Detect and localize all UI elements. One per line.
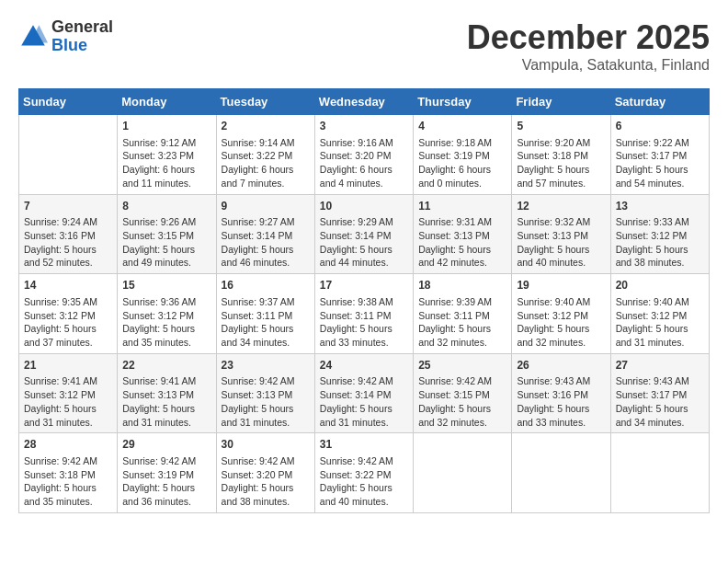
logo-general-text: General [51, 17, 113, 36]
column-header-sunday: Sunday [19, 89, 118, 115]
calendar-cell: 15Sunrise: 9:36 AM Sunset: 3:12 PM Dayli… [118, 274, 216, 354]
day-number: 5 [517, 119, 605, 134]
calendar-cell: 27Sunrise: 9:43 AM Sunset: 3:17 PM Dayli… [610, 353, 709, 433]
cell-content: Sunrise: 9:32 AM Sunset: 3:13 PM Dayligh… [517, 215, 605, 270]
day-number: 10 [320, 199, 408, 214]
day-number: 15 [122, 278, 210, 293]
calendar-cell: 6Sunrise: 9:22 AM Sunset: 3:17 PM Daylig… [610, 115, 709, 195]
cell-content: Sunrise: 9:43 AM Sunset: 3:17 PM Dayligh… [616, 374, 704, 429]
calendar-cell: 16Sunrise: 9:37 AM Sunset: 3:11 PM Dayli… [216, 274, 314, 354]
calendar-cell: 22Sunrise: 9:41 AM Sunset: 3:13 PM Dayli… [118, 353, 216, 433]
logo: General Blue [18, 18, 113, 55]
cell-content: Sunrise: 9:42 AM Sunset: 3:19 PM Dayligh… [122, 454, 210, 509]
calendar-cell: 23Sunrise: 9:42 AM Sunset: 3:13 PM Dayli… [216, 353, 314, 433]
day-number: 18 [418, 278, 506, 293]
cell-content: Sunrise: 9:36 AM Sunset: 3:12 PM Dayligh… [122, 295, 210, 350]
day-number: 14 [24, 278, 112, 293]
logo-icon [18, 22, 48, 52]
cell-content: Sunrise: 9:22 AM Sunset: 3:17 PM Dayligh… [616, 136, 704, 190]
cell-content: Sunrise: 9:37 AM Sunset: 3:11 PM Dayligh… [222, 295, 310, 350]
cell-content: Sunrise: 9:41 AM Sunset: 3:12 PM Dayligh… [24, 374, 112, 429]
calendar-cell: 30Sunrise: 9:42 AM Sunset: 3:20 PM Dayli… [216, 433, 314, 513]
cell-content: Sunrise: 9:40 AM Sunset: 3:12 PM Dayligh… [616, 295, 704, 350]
calendar-cell [512, 433, 610, 513]
page-header: General Blue December 2025 Vampula, Sata… [18, 18, 710, 74]
day-number: 3 [320, 119, 408, 134]
calendar-cell: 14Sunrise: 9:35 AM Sunset: 3:12 PM Dayli… [19, 274, 118, 354]
cell-content: Sunrise: 9:31 AM Sunset: 3:13 PM Dayligh… [418, 215, 506, 270]
cell-content: Sunrise: 9:27 AM Sunset: 3:14 PM Dayligh… [222, 215, 310, 270]
calendar-cell: 4Sunrise: 9:18 AM Sunset: 3:19 PM Daylig… [414, 115, 512, 195]
day-number: 8 [122, 199, 210, 214]
cell-content: Sunrise: 9:18 AM Sunset: 3:19 PM Dayligh… [418, 136, 506, 190]
cell-content: Sunrise: 9:41 AM Sunset: 3:13 PM Dayligh… [122, 374, 210, 429]
day-number: 28 [24, 437, 112, 453]
cell-content: Sunrise: 9:35 AM Sunset: 3:12 PM Dayligh… [24, 295, 112, 350]
calendar-cell: 21Sunrise: 9:41 AM Sunset: 3:12 PM Dayli… [19, 353, 118, 433]
calendar-week-row: 14Sunrise: 9:35 AM Sunset: 3:12 PM Dayli… [19, 274, 710, 354]
day-number: 21 [24, 358, 112, 373]
day-number: 17 [320, 278, 408, 293]
calendar-week-row: 7Sunrise: 9:24 AM Sunset: 3:16 PM Daylig… [19, 194, 710, 274]
calendar-cell: 12Sunrise: 9:32 AM Sunset: 3:13 PM Dayli… [512, 194, 610, 274]
cell-content: Sunrise: 9:29 AM Sunset: 3:14 PM Dayligh… [320, 215, 408, 270]
cell-content: Sunrise: 9:40 AM Sunset: 3:12 PM Dayligh… [517, 295, 605, 350]
calendar-cell: 25Sunrise: 9:42 AM Sunset: 3:15 PM Dayli… [414, 353, 512, 433]
calendar-cell: 13Sunrise: 9:33 AM Sunset: 3:12 PM Dayli… [610, 194, 709, 274]
cell-content: Sunrise: 9:24 AM Sunset: 3:16 PM Dayligh… [24, 215, 112, 270]
day-number: 25 [418, 358, 506, 373]
calendar-week-row: 21Sunrise: 9:41 AM Sunset: 3:12 PM Dayli… [19, 353, 710, 433]
calendar-week-row: 28Sunrise: 9:42 AM Sunset: 3:18 PM Dayli… [19, 433, 710, 513]
cell-content: Sunrise: 9:42 AM Sunset: 3:13 PM Dayligh… [222, 374, 310, 429]
cell-content: Sunrise: 9:39 AM Sunset: 3:11 PM Dayligh… [418, 295, 506, 350]
cell-content: Sunrise: 9:33 AM Sunset: 3:12 PM Dayligh… [616, 215, 704, 270]
day-number: 23 [222, 358, 310, 373]
day-number: 30 [222, 437, 310, 453]
calendar-cell: 5Sunrise: 9:20 AM Sunset: 3:18 PM Daylig… [512, 115, 610, 195]
cell-content: Sunrise: 9:26 AM Sunset: 3:15 PM Dayligh… [122, 215, 210, 270]
column-header-wednesday: Wednesday [314, 89, 413, 115]
day-number: 9 [222, 199, 310, 214]
calendar-cell: 17Sunrise: 9:38 AM Sunset: 3:11 PM Dayli… [314, 274, 413, 354]
cell-content: Sunrise: 9:16 AM Sunset: 3:20 PM Dayligh… [320, 136, 408, 190]
calendar-cell: 3Sunrise: 9:16 AM Sunset: 3:20 PM Daylig… [314, 115, 413, 195]
calendar-cell: 1Sunrise: 9:12 AM Sunset: 3:23 PM Daylig… [118, 115, 216, 195]
column-header-saturday: Saturday [610, 89, 709, 115]
calendar-cell: 18Sunrise: 9:39 AM Sunset: 3:11 PM Dayli… [414, 274, 512, 354]
column-header-monday: Monday [118, 89, 216, 115]
calendar-cell: 20Sunrise: 9:40 AM Sunset: 3:12 PM Dayli… [610, 274, 709, 354]
month-title: December 2025 [467, 18, 710, 57]
day-number: 6 [616, 119, 704, 134]
location-subtitle: Vampula, Satakunta, Finland [467, 57, 710, 74]
calendar-table: SundayMondayTuesdayWednesdayThursdayFrid… [18, 88, 710, 513]
column-header-friday: Friday [512, 89, 610, 115]
calendar-cell: 26Sunrise: 9:43 AM Sunset: 3:16 PM Dayli… [512, 353, 610, 433]
cell-content: Sunrise: 9:43 AM Sunset: 3:16 PM Dayligh… [517, 374, 605, 429]
calendar-cell: 31Sunrise: 9:42 AM Sunset: 3:22 PM Dayli… [314, 433, 413, 513]
cell-content: Sunrise: 9:42 AM Sunset: 3:15 PM Dayligh… [418, 374, 506, 429]
day-number: 26 [517, 358, 605, 373]
day-number: 27 [616, 358, 704, 373]
title-block: December 2025 Vampula, Satakunta, Finlan… [467, 18, 710, 74]
cell-content: Sunrise: 9:42 AM Sunset: 3:22 PM Dayligh… [320, 454, 408, 509]
calendar-cell: 29Sunrise: 9:42 AM Sunset: 3:19 PM Dayli… [118, 433, 216, 513]
day-number: 11 [418, 199, 506, 214]
day-number: 2 [222, 119, 310, 134]
calendar-cell: 19Sunrise: 9:40 AM Sunset: 3:12 PM Dayli… [512, 274, 610, 354]
calendar-cell [414, 433, 512, 513]
calendar-cell: 28Sunrise: 9:42 AM Sunset: 3:18 PM Dayli… [19, 433, 118, 513]
logo-blue-text: Blue [51, 36, 87, 54]
calendar-cell: 24Sunrise: 9:42 AM Sunset: 3:14 PM Dayli… [314, 353, 413, 433]
cell-content: Sunrise: 9:14 AM Sunset: 3:22 PM Dayligh… [222, 136, 310, 190]
calendar-cell: 10Sunrise: 9:29 AM Sunset: 3:14 PM Dayli… [314, 194, 413, 274]
calendar-cell [610, 433, 709, 513]
day-number: 31 [320, 437, 408, 453]
day-number: 13 [616, 199, 704, 214]
column-header-tuesday: Tuesday [216, 89, 314, 115]
day-number: 16 [222, 278, 310, 293]
day-number: 22 [122, 358, 210, 373]
day-number: 4 [418, 119, 506, 134]
calendar-cell [19, 115, 118, 195]
cell-content: Sunrise: 9:42 AM Sunset: 3:20 PM Dayligh… [222, 454, 310, 509]
day-number: 24 [320, 358, 408, 373]
